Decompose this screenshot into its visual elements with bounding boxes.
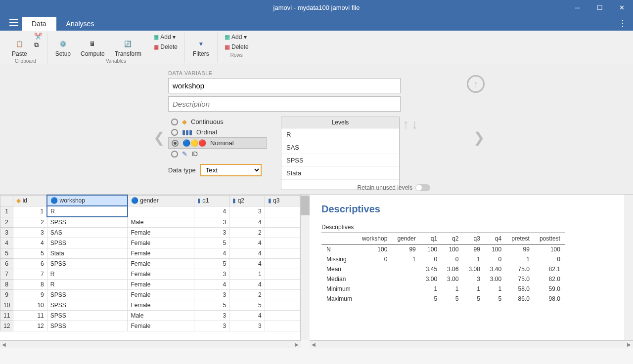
- var-delete-button[interactable]: ▦ Delete: [151, 42, 180, 51]
- row-header[interactable]: 9: [0, 290, 13, 300]
- cell[interactable]: R: [47, 206, 128, 217]
- datatype-select[interactable]: Text: [200, 164, 262, 176]
- row-header[interactable]: 6: [0, 259, 13, 269]
- cell[interactable]: 2: [229, 228, 265, 238]
- cell[interactable]: 5: [194, 238, 229, 248]
- row-delete-button[interactable]: ▦ Delete: [223, 42, 251, 51]
- cell[interactable]: 3: [194, 321, 229, 331]
- cell[interactable]: R: [47, 269, 128, 280]
- cell[interactable]: 11: [13, 311, 47, 321]
- app-menu-button[interactable]: [6, 15, 22, 31]
- cell[interactable]: 2: [229, 290, 265, 300]
- filters-button[interactable]: ▼Filters: [190, 33, 212, 57]
- cell[interactable]: 3: [229, 321, 265, 331]
- var-add-button[interactable]: ▦ Add ▾: [151, 33, 180, 41]
- cell[interactable]: [265, 228, 300, 238]
- cell[interactable]: [265, 321, 300, 331]
- cell[interactable]: 4: [229, 259, 265, 269]
- cell[interactable]: 12: [13, 321, 47, 331]
- variable-desc-input[interactable]: [168, 96, 401, 112]
- cell[interactable]: [265, 290, 300, 300]
- type-id-radio[interactable]: ✎ID: [168, 149, 267, 159]
- col-header-id[interactable]: ◆ id: [13, 195, 47, 206]
- cell[interactable]: [265, 300, 300, 311]
- col-header-q3[interactable]: ▮ q3: [265, 195, 300, 206]
- level-item[interactable]: R: [281, 128, 399, 141]
- col-header-q2[interactable]: ▮ q2: [229, 195, 265, 206]
- cell[interactable]: Female: [128, 290, 194, 300]
- cell[interactable]: Female: [128, 238, 194, 248]
- cell[interactable]: Female: [128, 300, 194, 311]
- cell[interactable]: [128, 206, 194, 217]
- cell[interactable]: 4: [229, 280, 265, 290]
- cell[interactable]: 10: [13, 300, 47, 311]
- transform-button[interactable]: 🔄Transform: [112, 33, 144, 57]
- cell[interactable]: SPSS: [47, 300, 128, 311]
- setup-button[interactable]: ⚙️Setup: [52, 33, 74, 57]
- cell[interactable]: Male: [128, 217, 194, 228]
- results-hscroll[interactable]: ◀▶: [310, 340, 633, 348]
- row-header[interactable]: 2: [0, 217, 13, 228]
- cell[interactable]: Female: [128, 321, 194, 331]
- cell[interactable]: 5: [13, 248, 47, 259]
- cell[interactable]: 3: [194, 311, 229, 321]
- compute-button[interactable]: 🖩Compute: [78, 33, 108, 57]
- row-header[interactable]: 4: [0, 238, 13, 248]
- type-nominal-radio[interactable]: 🔵🟡🔴Nominal: [168, 137, 267, 149]
- cell[interactable]: SPSS: [47, 290, 128, 300]
- cell[interactable]: SPSS: [47, 259, 128, 269]
- cell[interactable]: 3: [13, 228, 47, 238]
- cell[interactable]: Female: [128, 228, 194, 238]
- row-header[interactable]: 3: [0, 228, 13, 238]
- cell[interactable]: [265, 217, 300, 228]
- cell[interactable]: 5: [194, 259, 229, 269]
- collapse-panel-button[interactable]: ↑: [467, 75, 485, 93]
- cell[interactable]: Stata: [47, 248, 128, 259]
- col-header-q1[interactable]: ▮ q1: [194, 195, 229, 206]
- level-item[interactable]: SAS: [281, 141, 399, 154]
- cell[interactable]: 4: [194, 248, 229, 259]
- col-header-gender[interactable]: 🔵 gender: [128, 195, 194, 206]
- cell[interactable]: 6: [13, 259, 47, 269]
- cell[interactable]: 4: [229, 248, 265, 259]
- cell[interactable]: [265, 206, 300, 217]
- col-header-workshop[interactable]: 🔵 workshop: [47, 195, 128, 206]
- row-header[interactable]: 7: [0, 269, 13, 280]
- cell[interactable]: Female: [128, 280, 194, 290]
- paste-button[interactable]: 📋 Paste: [9, 33, 30, 57]
- level-item[interactable]: SPSS: [281, 154, 399, 167]
- row-header[interactable]: 12: [0, 321, 13, 331]
- cell[interactable]: 4: [13, 238, 47, 248]
- maximize-button[interactable]: ☐: [588, 0, 611, 15]
- copy-icon[interactable]: ⧉: [34, 41, 42, 49]
- cut-icon[interactable]: ✂️: [34, 33, 42, 40]
- variable-name-input[interactable]: [168, 78, 401, 93]
- tab-analyses[interactable]: Analyses: [56, 17, 104, 31]
- row-header[interactable]: 8: [0, 280, 13, 290]
- row-header[interactable]: 11: [0, 311, 13, 321]
- cell[interactable]: 7: [13, 269, 47, 280]
- row-header[interactable]: 1: [0, 206, 13, 217]
- cell[interactable]: 4: [229, 217, 265, 228]
- prev-var-button[interactable]: ❮: [153, 129, 165, 146]
- cell[interactable]: [265, 280, 300, 290]
- cell[interactable]: 5: [229, 300, 265, 311]
- cell[interactable]: 4: [229, 311, 265, 321]
- row-add-button[interactable]: ▦ Add ▾: [223, 33, 251, 41]
- cell[interactable]: SPSS: [47, 238, 128, 248]
- cell[interactable]: R: [47, 280, 128, 290]
- cell[interactable]: 3: [194, 269, 229, 280]
- cell[interactable]: Male: [128, 311, 194, 321]
- cell[interactable]: 5: [194, 300, 229, 311]
- cell[interactable]: 3: [229, 206, 265, 217]
- cell[interactable]: SAS: [47, 228, 128, 238]
- level-up-button[interactable]: ↑: [403, 117, 409, 132]
- cell[interactable]: SPSS: [47, 311, 128, 321]
- retain-levels-toggle[interactable]: [415, 184, 430, 191]
- cell[interactable]: SPSS: [47, 217, 128, 228]
- minimize-button[interactable]: ─: [566, 0, 588, 15]
- cell[interactable]: Female: [128, 269, 194, 280]
- row-header[interactable]: 10: [0, 300, 13, 311]
- spreadsheet[interactable]: ◆ id 🔵 workshop 🔵 gender ▮ q1 ▮ q2 ▮ q3 …: [0, 195, 301, 340]
- more-menu-button[interactable]: ⋮: [618, 18, 627, 29]
